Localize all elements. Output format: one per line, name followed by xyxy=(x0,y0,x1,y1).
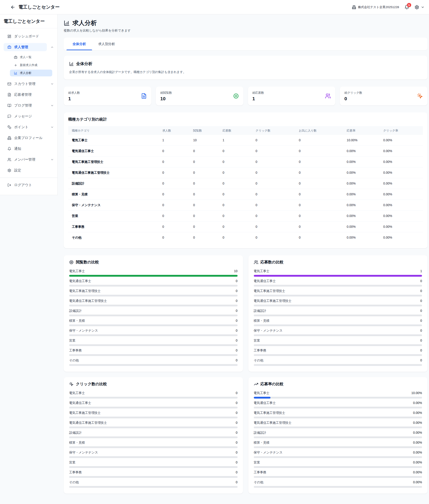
value-cell: 1 xyxy=(219,135,252,146)
bar-chart-icon xyxy=(14,72,17,75)
value-cell: 0 xyxy=(190,157,219,167)
sidebar-item-messages[interactable]: メッセージ xyxy=(4,112,47,120)
chart-row-value: 0.00% xyxy=(413,421,422,425)
value-cell: 0 xyxy=(252,135,295,146)
chart-row-label: 営業 xyxy=(69,460,75,465)
overview-card: 全体分析 企業が所有する全求人の全体統計データです。職種カテゴリ別の集計も含まれ… xyxy=(64,56,428,80)
value-cell: 0 xyxy=(295,189,343,200)
settings-icon xyxy=(8,169,11,172)
chart-row-label: 工事事務 xyxy=(69,470,82,475)
value-cell: 0 xyxy=(295,221,343,232)
chart-row-label: 電気通信工事士 xyxy=(254,401,276,405)
sidebar-item-blog-management[interactable]: ブログ管理 xyxy=(4,101,47,109)
column-header: 応募数 xyxy=(219,126,252,135)
sidebar-item-notifications[interactable]: 通知 xyxy=(4,145,47,153)
category-cell: 電気通信工事施工管理技士 xyxy=(68,167,159,178)
notifications-button[interactable]: 5 xyxy=(404,5,409,9)
chart-row-value: 0 xyxy=(236,470,238,475)
chevron-up-icon[interactable] xyxy=(47,45,54,49)
chart-row-value: 0 xyxy=(236,309,238,313)
chart-row-value: 0 xyxy=(236,358,238,362)
back-button[interactable] xyxy=(10,5,15,10)
value-cell: 0.00% xyxy=(343,146,380,157)
page-subtitle: 複数の求人を比較しながら効果を分析できます xyxy=(64,29,428,33)
chevron-down-icon[interactable] xyxy=(47,104,54,107)
sidebar-item-logout[interactable]: ログアウト xyxy=(4,181,54,189)
chart-bar-track xyxy=(254,426,422,428)
column-header: 閲覧数 xyxy=(190,126,219,135)
table-row: 設備設計000000.00%0.00% xyxy=(68,178,423,189)
chart-bar-fill xyxy=(254,397,271,399)
chart-card-clicks-comparison: クリック数の比較電気工事士0電気通信工事士0電気工事施工管理技士0電気通信工事施… xyxy=(64,377,243,494)
chart-card-applications-comparison: 応募数の比較電気工事士1電気通信工事士0電気工事施工管理技士0電気通信工事施工管… xyxy=(248,255,428,372)
company-name: 株式会社テスト企業20251228 xyxy=(358,5,399,9)
category-cell: 保守・メンテナンス xyxy=(68,200,159,211)
chart-row: 営業0 xyxy=(69,460,238,468)
chart-row: その他0 xyxy=(69,358,238,366)
chevron-down-icon[interactable] xyxy=(47,82,54,86)
sidebar-item-settings[interactable]: 設定 xyxy=(4,166,47,174)
chart-bar-track xyxy=(254,334,422,336)
plus-icon xyxy=(14,63,17,67)
table-row: 電気通信工事施工管理技士000000.00%0.00% xyxy=(68,167,423,178)
value-cell: 0 xyxy=(219,167,252,178)
value-cell: 0 xyxy=(190,200,219,211)
chart-row: 保守・メンテナンス0 xyxy=(254,328,422,336)
chart-bar-track xyxy=(69,456,238,458)
sidebar-item-job-management[interactable]: 求人管理 xyxy=(4,43,47,51)
chart-bar-track xyxy=(69,417,238,418)
chart-row: 保守・メンテナンス0 xyxy=(69,450,238,458)
value-cell: 0 xyxy=(159,200,190,211)
column-header: クリック数 xyxy=(252,126,295,135)
sidebar-divider xyxy=(0,178,57,178)
chevron-down-icon[interactable] xyxy=(47,126,54,129)
value-cell: 0 xyxy=(295,178,343,189)
sidebar-item-applicant-management[interactable]: 応募者管理 xyxy=(4,90,47,99)
sidebar-row-job-management: 求人管理 xyxy=(4,43,54,51)
tab-overall-analysis[interactable]: 全体分析 xyxy=(66,38,92,50)
sidebar-item-points[interactable]: ポイント xyxy=(4,123,47,131)
chart-bar-track xyxy=(254,285,422,287)
chart-row-value: 0 xyxy=(236,289,238,293)
sidebar-row-job-analytics: 求人分析 xyxy=(4,70,54,76)
sidebar-item-dashboard[interactable]: ダッシュボード xyxy=(4,32,47,40)
category-cell: 電気工事士 xyxy=(68,135,159,146)
sidebar-title: 電工しごとセンター xyxy=(0,14,57,28)
sidebar-item-job-list[interactable]: 求人一覧 xyxy=(10,54,52,61)
chart-row-label: 保守・メンテナンス xyxy=(69,450,98,455)
value-cell: 0.00% xyxy=(380,221,423,232)
chart-bar-track xyxy=(69,275,238,277)
value-cell: 0 xyxy=(252,167,295,178)
chart-row-value: 0 xyxy=(420,348,422,353)
chart-row-value: 0 xyxy=(236,450,238,455)
chart-bar-track xyxy=(69,285,238,287)
chevron-down-icon[interactable] xyxy=(47,158,54,161)
value-cell: 0 xyxy=(190,167,219,178)
chart-row-label: 工事事務 xyxy=(69,348,82,353)
value-cell: 0 xyxy=(252,146,295,157)
sidebar-item-label: 企業プロフィール xyxy=(14,136,43,140)
sidebar-item-company-profile[interactable]: 企業プロフィール xyxy=(4,134,47,142)
chart-row-label: 電気工事施工管理技士 xyxy=(254,411,285,415)
settings-menu[interactable] xyxy=(415,5,424,9)
chart-row: その他0 xyxy=(254,358,422,366)
chart-row-value: 0.00% xyxy=(413,411,422,415)
notification-badge: 5 xyxy=(407,3,411,7)
chart-row: 電気工事施工管理技士0.00% xyxy=(254,411,422,418)
chart-row-label: 電気工事施工管理技士 xyxy=(254,289,285,293)
sidebar-item-job-create[interactable]: 新規求人作成 xyxy=(10,62,52,69)
sidebar-item-job-analytics[interactable]: 求人分析 xyxy=(10,70,52,76)
sidebar-item-member-management[interactable]: メンバー管理 xyxy=(4,155,47,163)
chart-row-value: 0 xyxy=(236,421,238,425)
chart-bar-track xyxy=(69,334,238,336)
chart-row: 工事事務0 xyxy=(254,348,422,356)
bar-chart-icon xyxy=(69,62,74,66)
sidebar-row-settings: 設定 xyxy=(4,166,54,174)
column-header: クリック率 xyxy=(380,126,423,135)
stat-value: 0 xyxy=(344,96,362,101)
chart-row-value: 0 xyxy=(236,480,238,484)
tab-per-job-analysis[interactable]: 求人別分析 xyxy=(92,38,121,50)
sidebar-item-scout-management[interactable]: スカウト管理 xyxy=(4,80,47,88)
chart-row-label: 電気通信工事施工管理技士 xyxy=(69,299,107,303)
company-menu[interactable]: 株式会社テスト企業20251228 xyxy=(352,5,399,9)
